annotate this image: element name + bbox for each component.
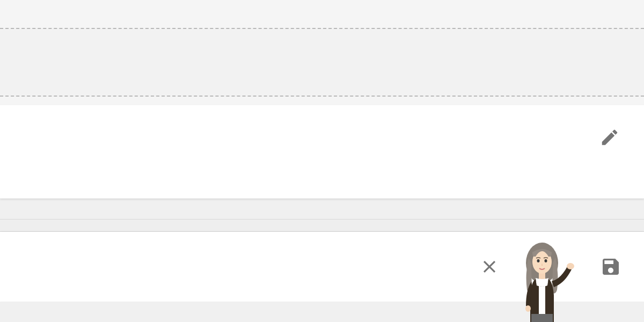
edit-button[interactable]	[598, 126, 621, 149]
svg-rect-7	[531, 314, 553, 322]
save-icon	[600, 256, 621, 277]
save-button[interactable]	[599, 255, 623, 279]
edit-panel	[0, 105, 644, 199]
svg-point-3	[537, 259, 540, 262]
top-spacer	[0, 0, 644, 28]
thin-divider	[0, 219, 644, 232]
close-icon	[479, 257, 500, 277]
close-button[interactable]	[478, 255, 501, 279]
svg-point-4	[545, 259, 547, 262]
svg-point-6	[567, 263, 574, 269]
pencil-icon	[599, 127, 620, 148]
spacer	[0, 97, 644, 105]
dashed-content-area	[0, 28, 644, 97]
svg-point-5	[525, 305, 531, 312]
avatar	[515, 236, 580, 322]
divider-spacer	[0, 199, 644, 219]
